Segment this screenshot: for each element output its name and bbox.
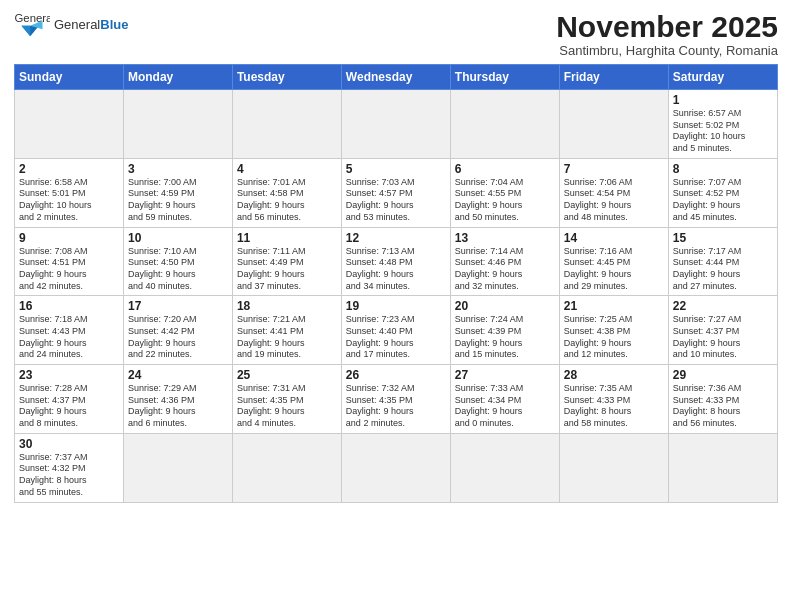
table-row: 20Sunrise: 7:24 AM Sunset: 4:39 PM Dayli… bbox=[450, 296, 559, 365]
day-info: Sunrise: 7:29 AM Sunset: 4:36 PM Dayligh… bbox=[128, 383, 228, 430]
day-info: Sunrise: 7:32 AM Sunset: 4:35 PM Dayligh… bbox=[346, 383, 446, 430]
calendar-page: General GeneralBlue November 2025 Santim… bbox=[0, 0, 792, 612]
logo: General GeneralBlue bbox=[14, 10, 128, 38]
header-monday: Monday bbox=[123, 65, 232, 90]
table-row: 18Sunrise: 7:21 AM Sunset: 4:41 PM Dayli… bbox=[232, 296, 341, 365]
table-row: 12Sunrise: 7:13 AM Sunset: 4:48 PM Dayli… bbox=[341, 227, 450, 296]
table-row bbox=[341, 433, 450, 502]
day-info: Sunrise: 7:08 AM Sunset: 4:51 PM Dayligh… bbox=[19, 246, 119, 293]
table-row: 15Sunrise: 7:17 AM Sunset: 4:44 PM Dayli… bbox=[668, 227, 777, 296]
day-info: Sunrise: 7:04 AM Sunset: 4:55 PM Dayligh… bbox=[455, 177, 555, 224]
generalblue-logo-icon: General bbox=[14, 10, 50, 38]
day-number: 23 bbox=[19, 368, 119, 382]
table-row: 21Sunrise: 7:25 AM Sunset: 4:38 PM Dayli… bbox=[559, 296, 668, 365]
calendar-week-row: 16Sunrise: 7:18 AM Sunset: 4:43 PM Dayli… bbox=[15, 296, 778, 365]
table-row: 9Sunrise: 7:08 AM Sunset: 4:51 PM Daylig… bbox=[15, 227, 124, 296]
day-info: Sunrise: 7:17 AM Sunset: 4:44 PM Dayligh… bbox=[673, 246, 773, 293]
day-info: Sunrise: 7:31 AM Sunset: 4:35 PM Dayligh… bbox=[237, 383, 337, 430]
table-row: 19Sunrise: 7:23 AM Sunset: 4:40 PM Dayli… bbox=[341, 296, 450, 365]
table-row: 25Sunrise: 7:31 AM Sunset: 4:35 PM Dayli… bbox=[232, 365, 341, 434]
title-area: November 2025 Santimbru, Harghita County… bbox=[556, 10, 778, 58]
table-row: 7Sunrise: 7:06 AM Sunset: 4:54 PM Daylig… bbox=[559, 158, 668, 227]
day-number: 11 bbox=[237, 231, 337, 245]
day-number: 7 bbox=[564, 162, 664, 176]
table-row: 6Sunrise: 7:04 AM Sunset: 4:55 PM Daylig… bbox=[450, 158, 559, 227]
day-info: Sunrise: 7:13 AM Sunset: 4:48 PM Dayligh… bbox=[346, 246, 446, 293]
day-number: 12 bbox=[346, 231, 446, 245]
day-info: Sunrise: 7:36 AM Sunset: 4:33 PM Dayligh… bbox=[673, 383, 773, 430]
day-info: Sunrise: 7:23 AM Sunset: 4:40 PM Dayligh… bbox=[346, 314, 446, 361]
day-number: 30 bbox=[19, 437, 119, 451]
calendar-week-row: 30Sunrise: 7:37 AM Sunset: 4:32 PM Dayli… bbox=[15, 433, 778, 502]
table-row: 3Sunrise: 7:00 AM Sunset: 4:59 PM Daylig… bbox=[123, 158, 232, 227]
svg-text:General: General bbox=[15, 12, 51, 24]
day-number: 16 bbox=[19, 299, 119, 313]
day-number: 13 bbox=[455, 231, 555, 245]
day-info: Sunrise: 7:14 AM Sunset: 4:46 PM Dayligh… bbox=[455, 246, 555, 293]
day-info: Sunrise: 7:00 AM Sunset: 4:59 PM Dayligh… bbox=[128, 177, 228, 224]
day-info: Sunrise: 7:01 AM Sunset: 4:58 PM Dayligh… bbox=[237, 177, 337, 224]
table-row: 10Sunrise: 7:10 AM Sunset: 4:50 PM Dayli… bbox=[123, 227, 232, 296]
day-info: Sunrise: 7:16 AM Sunset: 4:45 PM Dayligh… bbox=[564, 246, 664, 293]
day-number: 26 bbox=[346, 368, 446, 382]
location-subtitle: Santimbru, Harghita County, Romania bbox=[556, 43, 778, 58]
table-row: 22Sunrise: 7:27 AM Sunset: 4:37 PM Dayli… bbox=[668, 296, 777, 365]
table-row bbox=[668, 433, 777, 502]
day-info: Sunrise: 7:21 AM Sunset: 4:41 PM Dayligh… bbox=[237, 314, 337, 361]
day-info: Sunrise: 7:10 AM Sunset: 4:50 PM Dayligh… bbox=[128, 246, 228, 293]
table-row bbox=[559, 90, 668, 159]
day-info: Sunrise: 7:28 AM Sunset: 4:37 PM Dayligh… bbox=[19, 383, 119, 430]
table-row: 16Sunrise: 7:18 AM Sunset: 4:43 PM Dayli… bbox=[15, 296, 124, 365]
day-number: 29 bbox=[673, 368, 773, 382]
table-row: 5Sunrise: 7:03 AM Sunset: 4:57 PM Daylig… bbox=[341, 158, 450, 227]
logo-blue: Blue bbox=[100, 17, 128, 32]
table-row bbox=[123, 90, 232, 159]
day-number: 9 bbox=[19, 231, 119, 245]
calendar-week-row: 1Sunrise: 6:57 AM Sunset: 5:02 PM Daylig… bbox=[15, 90, 778, 159]
day-info: Sunrise: 7:07 AM Sunset: 4:52 PM Dayligh… bbox=[673, 177, 773, 224]
calendar-week-row: 2Sunrise: 6:58 AM Sunset: 5:01 PM Daylig… bbox=[15, 158, 778, 227]
table-row: 29Sunrise: 7:36 AM Sunset: 4:33 PM Dayli… bbox=[668, 365, 777, 434]
table-row: 1Sunrise: 6:57 AM Sunset: 5:02 PM Daylig… bbox=[668, 90, 777, 159]
day-number: 19 bbox=[346, 299, 446, 313]
day-number: 24 bbox=[128, 368, 228, 382]
table-row bbox=[450, 90, 559, 159]
svg-marker-3 bbox=[22, 26, 31, 37]
header-thursday: Thursday bbox=[450, 65, 559, 90]
day-number: 8 bbox=[673, 162, 773, 176]
table-row: 28Sunrise: 7:35 AM Sunset: 4:33 PM Dayli… bbox=[559, 365, 668, 434]
table-row bbox=[232, 433, 341, 502]
day-info: Sunrise: 7:27 AM Sunset: 4:37 PM Dayligh… bbox=[673, 314, 773, 361]
table-row: 26Sunrise: 7:32 AM Sunset: 4:35 PM Dayli… bbox=[341, 365, 450, 434]
day-number: 6 bbox=[455, 162, 555, 176]
day-info: Sunrise: 7:35 AM Sunset: 4:33 PM Dayligh… bbox=[564, 383, 664, 430]
day-number: 17 bbox=[128, 299, 228, 313]
table-row: 8Sunrise: 7:07 AM Sunset: 4:52 PM Daylig… bbox=[668, 158, 777, 227]
logo-general: General bbox=[54, 17, 100, 32]
table-row: 4Sunrise: 7:01 AM Sunset: 4:58 PM Daylig… bbox=[232, 158, 341, 227]
header-saturday: Saturday bbox=[668, 65, 777, 90]
day-number: 15 bbox=[673, 231, 773, 245]
header-sunday: Sunday bbox=[15, 65, 124, 90]
day-info: Sunrise: 6:57 AM Sunset: 5:02 PM Dayligh… bbox=[673, 108, 773, 155]
day-number: 2 bbox=[19, 162, 119, 176]
table-row: 23Sunrise: 7:28 AM Sunset: 4:37 PM Dayli… bbox=[15, 365, 124, 434]
table-row: 30Sunrise: 7:37 AM Sunset: 4:32 PM Dayli… bbox=[15, 433, 124, 502]
day-info: Sunrise: 7:25 AM Sunset: 4:38 PM Dayligh… bbox=[564, 314, 664, 361]
table-row: 11Sunrise: 7:11 AM Sunset: 4:49 PM Dayli… bbox=[232, 227, 341, 296]
day-info: Sunrise: 7:33 AM Sunset: 4:34 PM Dayligh… bbox=[455, 383, 555, 430]
day-number: 3 bbox=[128, 162, 228, 176]
header: General GeneralBlue November 2025 Santim… bbox=[14, 10, 778, 58]
table-row: 14Sunrise: 7:16 AM Sunset: 4:45 PM Dayli… bbox=[559, 227, 668, 296]
day-info: Sunrise: 7:06 AM Sunset: 4:54 PM Dayligh… bbox=[564, 177, 664, 224]
table-row: 24Sunrise: 7:29 AM Sunset: 4:36 PM Dayli… bbox=[123, 365, 232, 434]
day-number: 10 bbox=[128, 231, 228, 245]
table-row: 2Sunrise: 6:58 AM Sunset: 5:01 PM Daylig… bbox=[15, 158, 124, 227]
month-title: November 2025 bbox=[556, 10, 778, 43]
calendar-week-row: 9Sunrise: 7:08 AM Sunset: 4:51 PM Daylig… bbox=[15, 227, 778, 296]
table-row bbox=[559, 433, 668, 502]
day-number: 4 bbox=[237, 162, 337, 176]
day-info: Sunrise: 6:58 AM Sunset: 5:01 PM Dayligh… bbox=[19, 177, 119, 224]
day-number: 14 bbox=[564, 231, 664, 245]
table-row bbox=[450, 433, 559, 502]
